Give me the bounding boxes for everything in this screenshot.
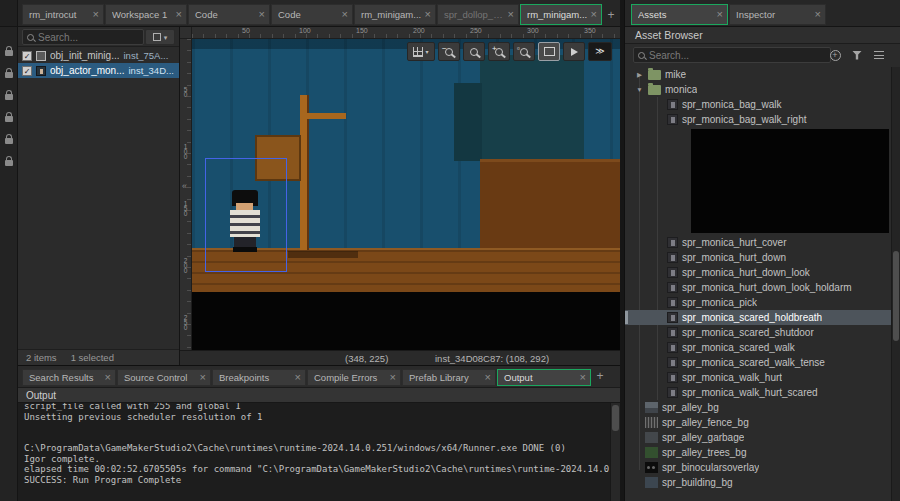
lock-icon[interactable] — [3, 43, 15, 59]
tree-asset-spr-monica-hurt-down-look-holdarm[interactable]: spr_monica_hurt_down_look_holdarm — [625, 280, 891, 295]
asset-label: spr_monica_hurt_down_look — [682, 267, 810, 278]
close-icon[interactable]: × — [295, 372, 301, 383]
zoom-fit-icon[interactable]: ▫ — [513, 42, 535, 61]
instance-search-input[interactable] — [38, 32, 139, 43]
asset-tree-scrollbar[interactable] — [891, 67, 900, 501]
close-icon[interactable]: × — [591, 9, 597, 20]
zoom-out-icon[interactable]: − — [438, 42, 460, 61]
folder-icon — [648, 70, 661, 80]
tab-output[interactable]: Output× — [497, 369, 591, 386]
close-icon[interactable]: × — [176, 9, 182, 20]
close-icon[interactable]: × — [485, 372, 491, 383]
tab-search-results[interactable]: Search Results× — [22, 369, 116, 386]
play-icon[interactable] — [563, 42, 585, 61]
asset-search-input[interactable] — [649, 50, 826, 61]
tab-source-control[interactable]: Source Control× — [117, 369, 211, 386]
layers-flag-icon[interactable]: ≫ — [588, 42, 612, 61]
tab-rm-minigam[interactable]: rm_minigam...× — [354, 4, 436, 25]
tab-inspector[interactable]: Inspector× — [729, 4, 826, 25]
tree-asset-spr-monica-walk-hurt-scared[interactable]: spr_monica_walk_hurt_scared — [625, 385, 891, 400]
zoom-reset-icon[interactable] — [463, 42, 485, 61]
close-icon[interactable]: × — [425, 9, 431, 20]
zoom-in-icon[interactable]: + — [488, 42, 510, 61]
close-icon[interactable]: × — [200, 372, 206, 383]
chevron-right-icon[interactable]: ▶ — [635, 71, 644, 79]
new-tab-button[interactable]: + — [592, 365, 608, 386]
tree-asset-spr-alley-bg[interactable]: spr_alley_bg — [625, 400, 891, 415]
layer-view-button[interactable]: ▾ — [145, 29, 175, 45]
asset-tree-scrollbar-thumb[interactable] — [893, 251, 899, 341]
tree-asset-spr-monica-bag-walk-right[interactable]: spr_monica_bag_walk_right — [625, 112, 891, 127]
close-icon[interactable]: × — [580, 372, 586, 383]
collapse-chevron-icon[interactable]: « — [182, 181, 187, 191]
tree-folder-monica[interactable]: ▼monica — [625, 82, 891, 97]
tree-asset-spr-binocularsoverlay[interactable]: spr_binocularsoverlay — [625, 460, 891, 475]
lock-icon[interactable] — [3, 87, 15, 103]
tree-asset-spr-monica-scared-shutdoor[interactable]: spr_monica_scared_shutdoor — [625, 325, 891, 340]
ruler-horizontal: 50100150200250300350400 — [192, 27, 620, 39]
asset-label: spr_building_bg — [662, 477, 733, 488]
close-icon[interactable]: × — [390, 372, 396, 383]
room-canvas[interactable]: ▾−+▫≫ — [192, 39, 620, 350]
tab-prefab-library[interactable]: Prefab Library× — [402, 369, 496, 386]
tree-asset-spr-monica-hurt-down-look[interactable]: spr_monica_hurt_down_look — [625, 265, 891, 280]
sprite-preview-image — [691, 129, 889, 233]
tab-rm-introcut[interactable]: rm_introcut× — [22, 4, 104, 25]
console-scrollbar[interactable] — [610, 403, 620, 501]
tree-asset-spr-monica-hurt-down[interactable]: spr_monica_hurt_down — [625, 250, 891, 265]
visibility-checkbox[interactable]: ✓ — [22, 51, 32, 61]
close-icon[interactable]: × — [815, 9, 821, 20]
close-icon[interactable]: × — [105, 372, 111, 383]
lock-icon[interactable] — [3, 65, 15, 81]
asset-label: spr_monica_walk_hurt — [682, 372, 782, 383]
console-scrollbar-thumb[interactable] — [612, 405, 619, 431]
tree-asset-spr-alley-trees-bg[interactable]: spr_alley_trees_bg — [625, 445, 891, 460]
console-output[interactable]: script_file called with 255 and global 1… — [18, 403, 610, 501]
tree-asset-spr-monica-walk-hurt[interactable]: spr_monica_walk_hurt — [625, 370, 891, 385]
add-asset-button[interactable]: + — [828, 48, 842, 62]
tree-asset-spr-monica-scared-walk-tense[interactable]: spr_monica_scared_walk_tense — [625, 355, 891, 370]
player-sprite[interactable] — [228, 190, 262, 252]
tab-workspace-1[interactable]: Workspace 1× — [105, 4, 187, 25]
sprite-fringe — [234, 199, 256, 203]
tree-asset-spr-alley-fence-bg[interactable]: spr_alley_fence_bg — [625, 415, 891, 430]
chevron-down-icon[interactable]: ▼ — [635, 86, 644, 93]
lock-icon[interactable] — [3, 131, 15, 147]
tab-code[interactable]: Code× — [271, 4, 353, 25]
tree-asset-spr-monica-scared-holdbreath[interactable]: spr_monica_scared_holdbreath — [625, 310, 891, 325]
tab-assets[interactable]: Assets× — [631, 4, 728, 25]
close-icon[interactable]: × — [508, 9, 514, 20]
tree-folder-mike[interactable]: ▶mike — [625, 67, 891, 82]
tree-asset-spr-monica-scared-walk[interactable]: spr_monica_scared_walk — [625, 340, 891, 355]
close-icon[interactable]: × — [259, 9, 265, 20]
close-icon[interactable]: × — [342, 9, 348, 20]
tab-label: Source Control — [124, 372, 197, 383]
tab-compile-errors[interactable]: Compile Errors× — [307, 369, 401, 386]
visibility-checkbox[interactable]: ✓ — [22, 66, 32, 76]
tab-spr-dollop-ri[interactable]: spr_dollop_ri...× — [437, 4, 519, 25]
tree-asset-spr-monica-pick[interactable]: spr_monica_pick — [625, 295, 891, 310]
new-tab-button[interactable]: + — [603, 4, 619, 25]
actor-icon — [36, 66, 46, 76]
tab-breakpoints[interactable]: Breakpoints× — [212, 369, 306, 386]
tab-code[interactable]: Code× — [188, 4, 270, 25]
instance-row-obj-actor-mon[interactable]: ✓obj_actor_mon...inst_34D... — [18, 63, 179, 78]
tab-label: Compile Errors — [314, 372, 387, 383]
output-tabbar: Search Results×Source Control×Breakpoint… — [22, 368, 620, 387]
filter-button[interactable] — [850, 48, 864, 62]
ruler-number: 350 — [584, 27, 596, 34]
instance-row-obj-init-minig[interactable]: ✓obj_init_minig...inst_75A... — [18, 48, 179, 63]
grid-icon[interactable]: ▾ — [407, 42, 435, 61]
canvas-frame-icon[interactable] — [538, 42, 560, 61]
tab-rm-minigam[interactable]: rm_minigam...× — [520, 4, 602, 25]
browser-menu-button[interactable] — [872, 48, 886, 62]
asset-label: spr_binocularsoverlay — [662, 462, 759, 473]
tree-asset-spr-alley-garbage[interactable]: spr_alley_garbage — [625, 430, 891, 445]
tree-asset-spr-monica-bag-walk[interactable]: spr_monica_bag_walk — [625, 97, 891, 112]
close-icon[interactable]: × — [717, 9, 723, 20]
lock-icon[interactable] — [3, 109, 15, 125]
tree-asset-spr-building-bg[interactable]: spr_building_bg — [625, 475, 891, 490]
close-icon[interactable]: × — [93, 9, 99, 20]
lock-icon[interactable] — [3, 153, 15, 169]
tree-asset-spr-monica-hurt-cover[interactable]: spr_monica_hurt_cover — [625, 235, 891, 250]
